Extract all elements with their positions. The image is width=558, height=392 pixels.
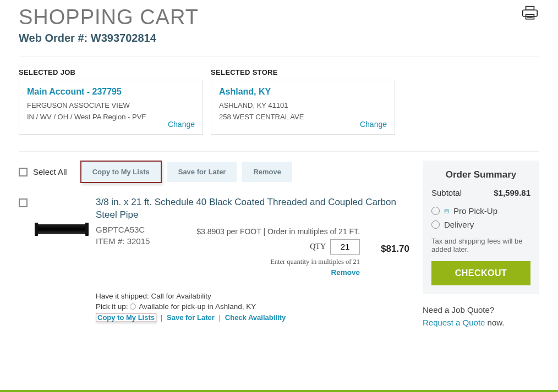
- svg-rect-1: [526, 7, 534, 10]
- remove-button[interactable]: Remove: [242, 162, 292, 182]
- copy-to-lists-button[interactable]: Copy to My Lists: [80, 161, 162, 183]
- item-image: [34, 213, 89, 246]
- summary-title: Order Summary: [431, 169, 530, 180]
- line-total: $81.70: [381, 244, 409, 254]
- quote-suffix: now.: [485, 318, 504, 327]
- cart-item: 3/8 in. x 21 ft. Schedule 40 Black Coate…: [19, 196, 409, 322]
- order-summary: Order Summary Subtotal $1,599.81 ⧈ Pro P…: [423, 161, 539, 294]
- svg-rect-0: [523, 10, 537, 16]
- radio-icon: [431, 207, 440, 215]
- change-job-link[interactable]: Change: [168, 120, 195, 129]
- selected-job-label: SELECTED JOB: [19, 68, 203, 76]
- item-title[interactable]: 3/8 in. x 21 ft. Schedule 40 Black Coate…: [96, 196, 409, 222]
- pickup-radio-icon: [130, 303, 136, 310]
- item-remove-link[interactable]: Remove: [196, 268, 360, 277]
- qty-note: Enter quantity in multiples of 21: [196, 258, 360, 266]
- selected-store-label: SELECTED STORE: [211, 68, 395, 76]
- selected-store-title: Ashland, KY: [219, 87, 387, 97]
- selected-job-line1: FERGUSON ASSOCIATE VIEW: [27, 101, 195, 109]
- pickup-line: Pick it up: Available for pick-up in Ash…: [96, 302, 409, 311]
- change-store-link[interactable]: Change: [360, 120, 387, 129]
- page-title: SHOPPING CART: [19, 5, 199, 29]
- item-checkbox[interactable]: [19, 198, 28, 207]
- price-per-foot: $3.8903 per FOOT | Order in multiples of…: [196, 227, 360, 236]
- selected-job-box: Main Account - 237795 FERGUSON ASSOCIATE…: [19, 80, 203, 135]
- quote-question: Need a Job Quote?: [423, 305, 539, 314]
- order-number: Web Order #: W393702814: [19, 32, 199, 45]
- pro-pickup-option[interactable]: ⧈ Pro Pick-Up: [431, 206, 530, 216]
- selected-store-box: Ashland, KY ASHLAND, KY 41101 258 WEST C…: [211, 80, 395, 135]
- select-all-label[interactable]: Select All: [33, 167, 67, 176]
- item-check-availability-link[interactable]: Check Availability: [225, 313, 286, 322]
- delivery-option[interactable]: Delivery: [431, 220, 530, 229]
- select-all-checkbox[interactable]: [19, 168, 28, 176]
- request-quote-link[interactable]: Request a Quote: [423, 318, 485, 327]
- qty-input[interactable]: [330, 239, 360, 255]
- tax-note: Tax and shipping fees will be added late…: [431, 237, 530, 253]
- selected-job-title: Main Account - 237795: [27, 87, 195, 97]
- selected-store-line1: ASHLAND, KY 41101: [219, 101, 387, 109]
- save-for-later-button[interactable]: Save for Later: [167, 162, 237, 182]
- checkout-button[interactable]: CHECKOUT: [431, 261, 530, 285]
- cube-icon: ⧈: [444, 206, 449, 216]
- item-save-link[interactable]: Save for Later: [167, 313, 215, 322]
- subtotal-label: Subtotal: [431, 188, 462, 197]
- radio-icon: [431, 220, 440, 229]
- item-copy-link[interactable]: Copy to My Lists: [97, 313, 155, 322]
- qty-label: QTY: [310, 242, 326, 251]
- ship-line: Have it shipped: Call for Availability: [96, 292, 409, 300]
- subtotal-amount: $1,599.81: [494, 188, 530, 197]
- print-icon[interactable]: [521, 5, 539, 23]
